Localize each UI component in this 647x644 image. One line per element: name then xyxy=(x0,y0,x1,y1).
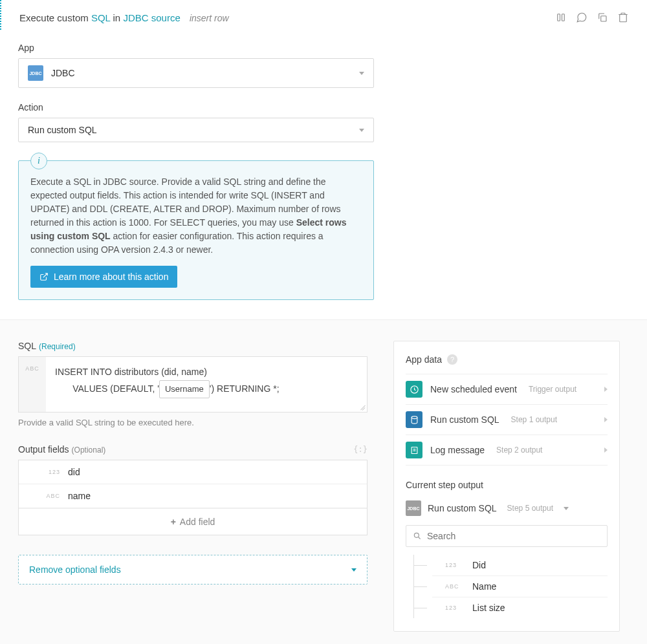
search-box[interactable] xyxy=(406,525,608,547)
comment-icon[interactable] xyxy=(576,12,587,23)
action-label: Action xyxy=(18,102,629,113)
sql-label: SQL(Required) xyxy=(18,341,367,351)
app-data-title: App data ? xyxy=(406,354,608,365)
chevron-down-icon xyxy=(359,72,364,75)
step-header[interactable]: JDBC Run custom SQL Step 5 output xyxy=(406,500,608,516)
left-column: SQL(Required) ABC INSERT INTO distributo… xyxy=(18,341,367,585)
sql-helper-text: Provide a valid SQL string to be execute… xyxy=(18,418,367,427)
search-icon xyxy=(413,531,422,541)
right-panel: App data ? New scheduled event Trigger o… xyxy=(393,341,620,632)
lower-section: SQL(Required) ABC INSERT INTO distributo… xyxy=(0,319,647,644)
app-select[interactable]: JDBC JDBC xyxy=(18,58,374,88)
data-source-row[interactable]: New scheduled event Trigger output xyxy=(406,374,608,404)
output-field-row[interactable]: ABC name xyxy=(19,484,367,508)
chevron-down-icon xyxy=(564,507,569,510)
action-select[interactable]: Run custom SQL xyxy=(18,118,374,142)
skip-icon[interactable] xyxy=(555,12,567,23)
tree-item[interactable]: 123 Did xyxy=(432,555,608,576)
info-text: Execute a SQL in JDBC source. Provide a … xyxy=(30,175,362,257)
plus-icon: + xyxy=(171,517,176,527)
search-input[interactable] xyxy=(427,531,600,541)
tree-item[interactable]: 123 List size xyxy=(432,597,608,618)
chevron-down-icon xyxy=(351,568,356,572)
database-icon xyxy=(406,411,422,428)
add-field-button[interactable]: +Add field xyxy=(19,508,367,535)
username-pill[interactable]: Username xyxy=(159,380,210,398)
jdbc-gray-icon: JDBC xyxy=(406,500,421,516)
data-source-row[interactable]: Run custom SQL Step 1 output xyxy=(406,404,608,435)
sql-input[interactable]: ABC INSERT INTO distributors (did, name)… xyxy=(18,356,367,413)
copy-icon[interactable] xyxy=(597,12,608,23)
config-section: App JDBC JDBC Action Run custom SQL i Ex… xyxy=(0,30,647,319)
info-panel: i Execute a SQL in JDBC source. Provide … xyxy=(18,160,374,300)
tree-item[interactable]: ABC Name xyxy=(432,576,608,597)
svg-rect-1 xyxy=(562,14,565,21)
chevron-down-icon xyxy=(359,129,364,132)
page-title: Execute custom SQL in JDBC source insert… xyxy=(19,12,555,23)
current-step-title: Current step output xyxy=(406,480,608,490)
page-header: Execute custom SQL in JDBC source insert… xyxy=(0,0,647,30)
svg-rect-5 xyxy=(411,447,417,453)
resize-handle[interactable] xyxy=(358,403,365,410)
external-link-icon xyxy=(39,272,49,281)
log-icon xyxy=(406,442,422,458)
clock-icon xyxy=(406,381,422,398)
learn-more-button[interactable]: Learn more about this action xyxy=(30,266,177,288)
chevron-right-icon xyxy=(604,387,608,392)
jdbc-icon: JDBC xyxy=(28,65,43,81)
data-source-row[interactable]: Log message Step 2 output xyxy=(406,435,608,466)
svg-point-4 xyxy=(411,416,417,418)
output-tree: 123 Did ABC Name 123 List size xyxy=(413,555,608,618)
header-actions xyxy=(555,12,629,23)
output-fields-list: 123 did ABC name +Add field xyxy=(18,460,367,535)
chevron-right-icon xyxy=(604,417,608,422)
svg-point-6 xyxy=(414,533,419,537)
schema-icon[interactable]: {:} xyxy=(353,445,367,454)
svg-rect-0 xyxy=(558,14,560,21)
svg-rect-2 xyxy=(601,16,606,21)
info-icon: i xyxy=(30,153,47,169)
output-fields-header: Output fields(Optional) {:} xyxy=(18,444,367,455)
help-icon[interactable]: ? xyxy=(447,354,457,365)
output-field-row[interactable]: 123 did xyxy=(19,460,367,484)
remove-optional-fields[interactable]: Remove optional fields xyxy=(18,555,367,585)
trash-icon[interactable] xyxy=(617,12,629,23)
chevron-right-icon xyxy=(604,447,608,453)
app-label: App xyxy=(18,43,629,53)
